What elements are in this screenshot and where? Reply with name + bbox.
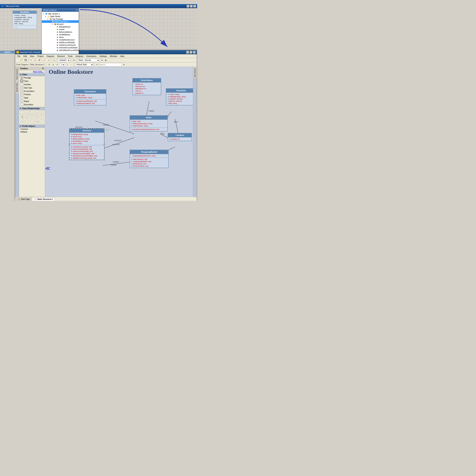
side-tab-team-review[interactable]: Team Review (15, 67, 19, 81)
class-transaction[interactable]: Transaction + date: Date + orderNumber: … (74, 89, 106, 105)
dt-search-input[interactable] (99, 63, 122, 66)
rel-tool-10[interactable]: ∿ (40, 115, 44, 119)
toolbox-primitive[interactable]: P Primitive (19, 93, 45, 96)
tb-paste-btn[interactable]: 📌 (37, 58, 41, 62)
ea-minimize-btn[interactable]: — (186, 51, 189, 53)
dt-zoom-input[interactable]: 1 (60, 63, 65, 66)
menu-settings[interactable]: Settings (98, 55, 108, 58)
dt-filter-btn[interactable]: ▼ (122, 63, 126, 67)
toolbox-data-type[interactable]: D Data Type (19, 86, 45, 89)
menu-project[interactable]: Project (36, 55, 45, 58)
visio-minimize-btn[interactable]: — (187, 5, 189, 7)
tab-static-structure[interactable]: 📋 Static Structure-1 (32, 197, 55, 201)
dt-zoom-out-btn[interactable]: - (69, 63, 73, 67)
menu-extensions[interactable]: Extensions (85, 55, 98, 58)
menu-help[interactable]: Help (119, 55, 126, 58)
me-delivery-address[interactable]: ◆ deliveryAddress (42, 31, 79, 33)
toolbox-class-header[interactable]: ▼ Class (19, 73, 45, 76)
me-retrieve-account-details[interactable]: ◆ retrieveAccountDetails (42, 46, 79, 49)
toolbox-interface[interactable]: → Interface (19, 83, 45, 86)
dt-pen-btn[interactable]: ✏ (55, 63, 59, 67)
toolbox-association[interactable]: — Association (19, 103, 45, 106)
visio-maximize-btn[interactable]: □ (190, 5, 193, 7)
dt-zoom-in-btn[interactable]: + (66, 63, 69, 67)
rel-tool-9[interactable]: ✦ (35, 115, 39, 119)
model-explorer-close[interactable]: ✕ (76, 9, 78, 11)
rel-tool-4[interactable]: ⇒ (35, 111, 39, 115)
diagram-canvas[interactable]: Online Bookstore +history +account +acco… (45, 67, 193, 197)
dt-select-btn[interactable]: A (47, 63, 51, 67)
menu-element[interactable]: Element (56, 55, 66, 58)
menu-edit[interactable]: Edit (22, 55, 28, 58)
menu-analyzer[interactable]: Analyzer (74, 55, 85, 58)
rel-tool-8[interactable]: ⤚ (30, 115, 34, 119)
menu-view[interactable]: View (28, 55, 36, 58)
me-submit-new-account[interactable]: ◆ submitNewAccountDetails (42, 49, 79, 51)
rel-tool-11[interactable]: ⊢ (20, 120, 24, 123)
tb-copy-btn[interactable]: 📋 (33, 58, 37, 62)
me-uml-system[interactable]: ▼ 🔷 UML System 1 (42, 13, 79, 15)
me-name[interactable]: ◆ name (42, 36, 79, 38)
class-order-status[interactable]: OrderStatus - closed: int - delivered: i… (132, 78, 161, 95)
menu-tools[interactable]: Tools (66, 55, 74, 58)
toolbox-common[interactable]: Common (19, 128, 45, 131)
rel-tool-2[interactable]: ↗ (25, 111, 29, 115)
me-load-account-details[interactable]: ◆ loadAccountDetails (42, 41, 79, 44)
me-static-model[interactable]: ▼ 📁 Static Model (42, 15, 79, 18)
tb-layout-dropdown[interactable]: Basic - Normal (77, 59, 100, 62)
class-line-item[interactable]: LineItem + quantity: int (168, 133, 192, 141)
menu-file[interactable]: File (16, 55, 22, 58)
ea-close-btn[interactable]: ✕ (193, 51, 196, 53)
rel-tool-14[interactable]: ⟶ (35, 120, 39, 123)
tb-open-btn[interactable]: 📂 (20, 58, 23, 62)
class-order[interactable]: Order + date: Date + deliveryInstruction… (130, 115, 168, 132)
tb-undo-btn[interactable]: ↩ (43, 58, 47, 62)
toolbox-package[interactable]: 📦 Package (19, 76, 45, 79)
toolbox-artifacts[interactable]: Artifacts (19, 131, 45, 133)
visio-title-buttons[interactable]: — □ ✕ (187, 5, 196, 7)
right-tab-model-mail[interactable]: Model Mail (193, 67, 197, 79)
class-shopping-basket[interactable]: ShoppingBasket - shoppingBasketNumber: s… (130, 150, 169, 168)
toolbox-enumeration[interactable]: E Enumeration (19, 89, 45, 93)
toolbox-relationships-header[interactable]: ▼ Class Relationships (19, 107, 45, 110)
toolbox-signal[interactable]: S Signal (19, 100, 45, 103)
dt-close-btn[interactable]: ✕ (95, 63, 99, 67)
ea-maximize-btn[interactable]: □ (190, 51, 192, 53)
tab-start-page[interactable]: 🏠 Start Page (16, 197, 32, 201)
me-billing-address[interactable]: ◆ billingAddress (42, 25, 79, 28)
class-stock-item[interactable]: StockItem + Author: string + catalogNumb… (166, 88, 193, 105)
rel-tool-1[interactable]: → (20, 111, 24, 115)
toolbox-profile-header[interactable]: ▼ Profile Helpers (19, 125, 45, 128)
rel-tool-15[interactable]: ⋯ (40, 120, 44, 123)
tb-run-btn[interactable]: ▶ (104, 58, 108, 62)
me-static-structure[interactable]: ▼ 📋 Static Structure-1 (42, 20, 79, 23)
me-create-new-account[interactable]: ◆ createNewAccount (42, 38, 79, 41)
toolbox-class[interactable]: C Class (19, 79, 45, 83)
tb-search-btn[interactable]: 🔍 (52, 58, 56, 62)
dt-color-btn[interactable]: ■ (51, 63, 55, 67)
class-account[interactable]: Account + billingAddress: string + close… (69, 128, 104, 160)
toolbox-table[interactable]: T Table (19, 96, 45, 100)
rel-tool-6[interactable]: ◆ (20, 115, 24, 119)
tb-new-btn[interactable]: 📄 (16, 58, 19, 62)
visio-close-btn[interactable]: ✕ (193, 5, 196, 7)
rel-tool-5[interactable]: ◇ (40, 111, 44, 115)
tb-options-btn[interactable]: ⚙ (72, 58, 76, 62)
toolbox-more-tools[interactable]: More Tools... (19, 70, 45, 73)
rel-tool-13[interactable]: ⋯ (30, 120, 34, 123)
menu-window[interactable]: Window (108, 55, 119, 58)
dt-style-dropdown[interactable]: Default Style (75, 63, 94, 66)
me-top-package[interactable]: ▼ 📦 Top Package (42, 18, 79, 20)
rel-tool-7[interactable]: ⊳ (25, 115, 29, 119)
tb-cut-btn[interactable]: ✂ (29, 58, 33, 62)
me-email-address[interactable]: ◆ emailAddress (42, 33, 79, 36)
rel-tool-12[interactable]: ↔ (25, 120, 29, 123)
rel-tool-3[interactable]: ⤑ (30, 111, 34, 115)
tb-save-btn[interactable]: 💾 (24, 58, 28, 62)
me-closed[interactable]: ◆ closed (42, 28, 79, 31)
tb-star-btn[interactable]: ★ (100, 58, 104, 62)
me-mark-account-closed[interactable]: ◆ markAccountClosed (42, 44, 79, 46)
tb-redo-btn[interactable]: ↪ (47, 58, 51, 62)
tb-style-dropdown[interactable]: <default> (58, 59, 70, 62)
ea-title-buttons[interactable]: — □ ✕ (186, 51, 196, 53)
